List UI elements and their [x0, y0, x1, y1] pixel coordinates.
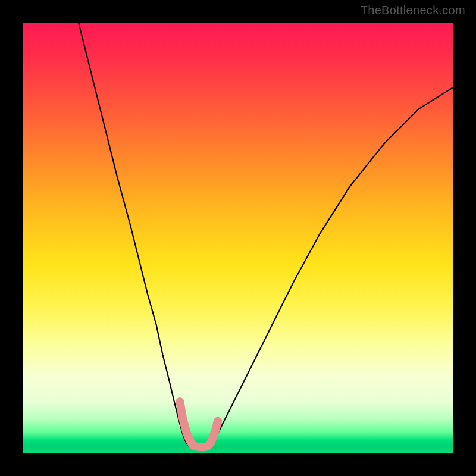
valley-highlight: [180, 402, 218, 447]
chart-frame: TheBottleneck.com: [0, 0, 476, 476]
right-branch-line: [210, 87, 453, 447]
left-branch-line: [79, 23, 192, 447]
plot-area: [23, 23, 453, 453]
curve-layer: [23, 23, 453, 453]
watermark-text: TheBottleneck.com: [361, 4, 465, 17]
